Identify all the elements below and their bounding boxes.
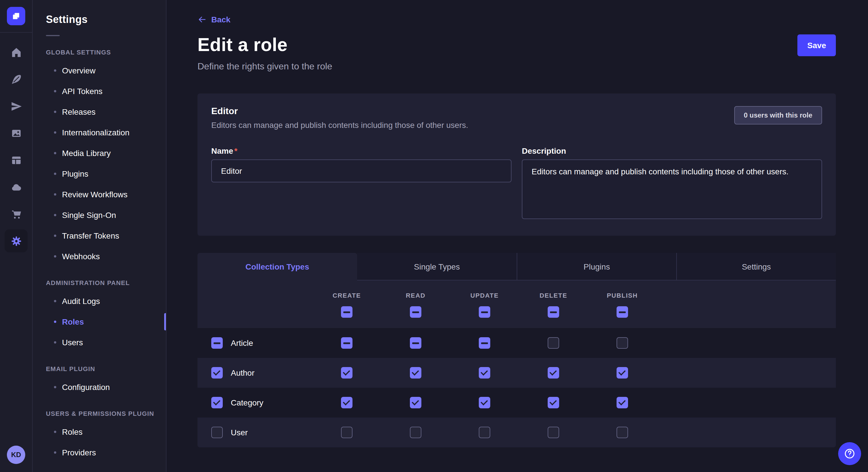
user-read-checkbox[interactable] bbox=[410, 427, 422, 438]
select-all-create-checkbox[interactable] bbox=[341, 306, 352, 318]
sidebar-item-roles[interactable]: Roles bbox=[32, 311, 166, 332]
bullet-icon bbox=[54, 451, 56, 453]
select-all-delete-checkbox[interactable] bbox=[548, 306, 559, 318]
sidebar-item-media-library[interactable]: Media Library bbox=[32, 143, 166, 164]
layout-icon[interactable] bbox=[9, 153, 23, 167]
user-row-checkbox[interactable] bbox=[211, 427, 223, 438]
sidebar-item-configuration[interactable]: Configuration bbox=[32, 377, 166, 398]
row-name: Article bbox=[231, 338, 253, 347]
cell bbox=[381, 367, 450, 378]
category-publish-checkbox[interactable] bbox=[617, 397, 628, 408]
header-spacer bbox=[197, 292, 312, 318]
help-button[interactable] bbox=[838, 442, 861, 465]
column-update: UPDATE bbox=[450, 292, 519, 318]
author-create-checkbox[interactable] bbox=[341, 367, 352, 378]
save-button[interactable]: Save bbox=[798, 34, 836, 56]
name-input[interactable] bbox=[211, 160, 512, 182]
row-name: Category bbox=[231, 398, 264, 407]
article-delete-checkbox[interactable] bbox=[548, 337, 559, 349]
permissions-table-header: CREATEREADUPDATEDELETEPUBLISH bbox=[197, 280, 836, 328]
sidebar-section-label: GLOBAL SETTINGS bbox=[32, 49, 166, 56]
tab-collection-types[interactable]: Collection Types bbox=[197, 253, 357, 280]
user-create-checkbox[interactable] bbox=[341, 427, 352, 438]
sidebar-item-roles[interactable]: Roles bbox=[32, 422, 166, 442]
description-label: Description bbox=[522, 146, 822, 156]
category-read-checkbox[interactable] bbox=[410, 397, 422, 408]
article-create-checkbox[interactable] bbox=[341, 337, 352, 349]
select-all-read-checkbox[interactable] bbox=[410, 306, 422, 318]
cloud-icon[interactable] bbox=[9, 180, 23, 194]
strapi-logo[interactable] bbox=[7, 7, 25, 25]
user-avatar[interactable]: KD bbox=[7, 446, 25, 464]
bullet-icon bbox=[54, 386, 56, 388]
page-header: Edit a role Define the rights given to t… bbox=[197, 34, 836, 72]
article-update-checkbox[interactable] bbox=[479, 337, 490, 349]
cell bbox=[450, 397, 519, 408]
sidebar-item-internationalization[interactable]: Internationalization bbox=[32, 122, 166, 143]
back-link[interactable]: Back bbox=[197, 15, 230, 24]
sidebar-item-label: Media Library bbox=[62, 148, 111, 158]
media-library-icon[interactable] bbox=[9, 126, 23, 140]
sidebar-item-overview[interactable]: Overview bbox=[32, 60, 166, 81]
bullet-icon bbox=[54, 152, 56, 154]
tab-settings[interactable]: Settings bbox=[676, 253, 836, 280]
category-create-checkbox[interactable] bbox=[341, 397, 352, 408]
select-all-publish-checkbox[interactable] bbox=[617, 306, 628, 318]
bullet-icon bbox=[54, 235, 56, 237]
author-row-checkbox[interactable] bbox=[211, 367, 223, 378]
sidebar-section-email-plugin: EMAIL PLUGINConfiguration bbox=[32, 365, 166, 398]
settings-sidebar: Settings GLOBAL SETTINGSOverviewAPI Toke… bbox=[32, 0, 166, 472]
sidebar-title: Settings bbox=[46, 14, 166, 26]
sidebar-item-users[interactable]: Users bbox=[32, 332, 166, 353]
category-update-checkbox[interactable] bbox=[479, 397, 490, 408]
article-publish-checkbox[interactable] bbox=[617, 337, 628, 349]
users-count-badge: 0 users with this role bbox=[734, 106, 822, 125]
category-row-checkbox[interactable] bbox=[211, 397, 223, 408]
sidebar-item-single-sign-on[interactable]: Single Sign-On bbox=[32, 205, 166, 225]
article-read-checkbox[interactable] bbox=[410, 337, 422, 349]
page-subtitle: Define the rights given to the role bbox=[197, 61, 332, 72]
author-update-checkbox[interactable] bbox=[479, 367, 490, 378]
author-delete-checkbox[interactable] bbox=[548, 367, 559, 378]
column-publish: PUBLISH bbox=[588, 292, 657, 318]
feather-icon[interactable] bbox=[9, 72, 23, 86]
sidebar-item-label: Configuration bbox=[62, 382, 110, 392]
cell bbox=[381, 427, 450, 438]
sidebar-item-transfer-tokens[interactable]: Transfer Tokens bbox=[32, 225, 166, 246]
sidebar-item-webhooks[interactable]: Webhooks bbox=[32, 246, 166, 267]
sidebar-item-audit-logs[interactable]: Audit Logs bbox=[32, 291, 166, 311]
sidebar-item-label: API Tokens bbox=[62, 87, 102, 96]
sidebar-item-review-workflows[interactable]: Review Workflows bbox=[32, 184, 166, 205]
user-update-checkbox[interactable] bbox=[479, 427, 490, 438]
select-all-update-checkbox[interactable] bbox=[479, 306, 490, 318]
sidebar-item-label: Review Workflows bbox=[62, 190, 127, 199]
rail-divider bbox=[0, 32, 32, 33]
role-subheading: Editors can manage and publish contents … bbox=[211, 121, 468, 130]
column-label: DELETE bbox=[539, 292, 567, 299]
question-icon bbox=[843, 447, 856, 460]
tab-single-types[interactable]: Single Types bbox=[357, 253, 517, 280]
sidebar-title-underline bbox=[46, 35, 60, 36]
settings-gear-icon[interactable] bbox=[5, 229, 28, 252]
description-input[interactable]: Editors can manage and publish contents … bbox=[522, 160, 822, 219]
marketplace-cart-icon[interactable] bbox=[9, 207, 23, 221]
article-row-checkbox[interactable] bbox=[211, 337, 223, 349]
permissions-tabs: Collection TypesSingle TypesPluginsSetti… bbox=[197, 253, 836, 280]
author-publish-checkbox[interactable] bbox=[617, 367, 628, 378]
category-delete-checkbox[interactable] bbox=[548, 397, 559, 408]
author-read-checkbox[interactable] bbox=[410, 367, 422, 378]
cell bbox=[588, 337, 657, 349]
tab-plugins[interactable]: Plugins bbox=[517, 253, 676, 280]
permission-row-user: User bbox=[197, 417, 836, 447]
user-publish-checkbox[interactable] bbox=[617, 427, 628, 438]
sidebar-item-plugins[interactable]: Plugins bbox=[32, 164, 166, 184]
description-field: Description Editors can manage and publi… bbox=[522, 146, 822, 222]
sidebar-item-api-tokens[interactable]: API Tokens bbox=[32, 81, 166, 102]
column-read: READ bbox=[381, 292, 450, 318]
cell bbox=[450, 367, 519, 378]
user-delete-checkbox[interactable] bbox=[548, 427, 559, 438]
sidebar-item-releases[interactable]: Releases bbox=[32, 102, 166, 122]
home-icon[interactable] bbox=[9, 45, 23, 59]
paper-plane-icon[interactable] bbox=[9, 99, 23, 113]
sidebar-item-providers[interactable]: Providers bbox=[32, 442, 166, 463]
